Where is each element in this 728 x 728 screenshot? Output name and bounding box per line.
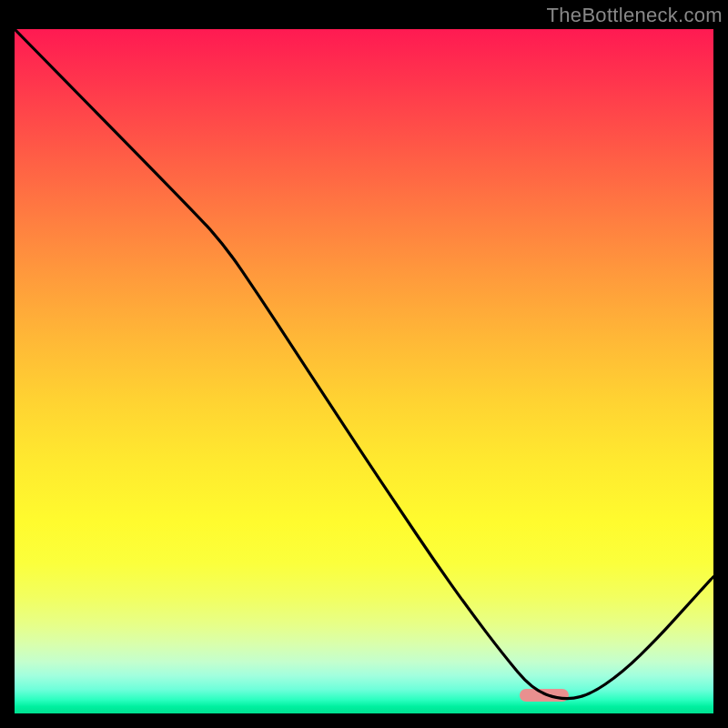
watermark-text: TheBottleneck.com [547, 4, 723, 27]
plot-area [15, 29, 713, 713]
chart-frame: TheBottleneck.com [0, 0, 728, 728]
bottleneck-curve [15, 29, 713, 713]
